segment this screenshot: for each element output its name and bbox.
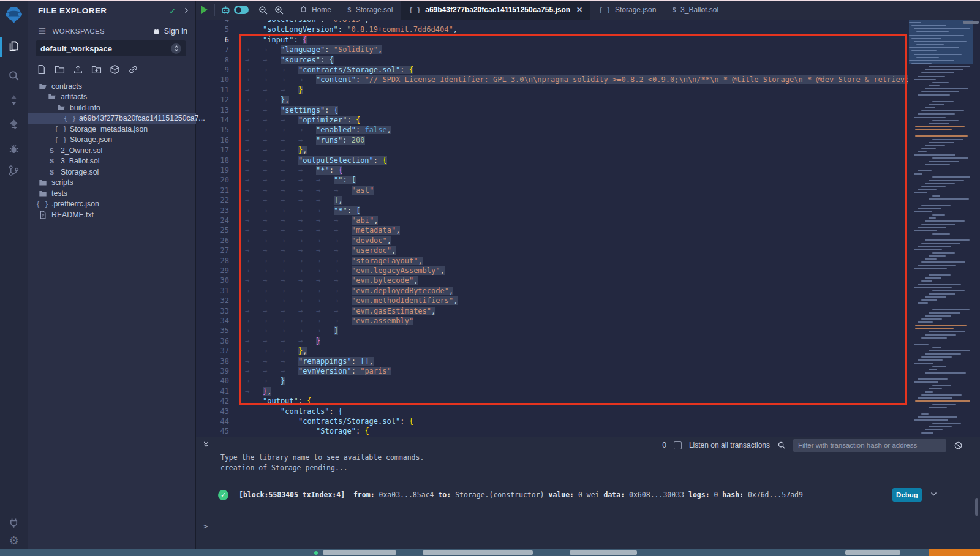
minimap-line xyxy=(929,274,951,276)
minimap-line xyxy=(929,180,964,181)
minimap-line xyxy=(918,397,952,399)
editor-tab-a69b43f277ba20fcac141151250ca755-json[interactable]: { }a69b43f277ba20fcac141151250ca755.json… xyxy=(401,0,590,20)
listen-checkbox[interactable] xyxy=(674,441,682,449)
terminal-prompt[interactable]: > xyxy=(203,522,208,531)
tree-item-label: scripts xyxy=(51,178,74,187)
activity-bar-item-settings[interactable]: ⚙ xyxy=(0,532,28,550)
success-check-icon: ✓ xyxy=(218,490,228,500)
code-line: →→→"evmVersion": "paris" xyxy=(245,366,391,376)
file-explorer-panel: FILE EXPLORER ✓ ☰ WORKSPACES Sign in def… xyxy=(28,0,196,556)
transaction-filter-input[interactable] xyxy=(793,439,946,452)
sign-in-button[interactable]: Sign in xyxy=(152,27,187,36)
minimap-line xyxy=(918,76,945,77)
tab-label: a69b43f277ba20fcac141151250ca755.json xyxy=(425,6,570,14)
expand-transaction-icon[interactable] xyxy=(930,489,938,500)
minimap-line xyxy=(921,337,947,339)
activity-bar-item-git[interactable] xyxy=(0,162,28,181)
minimap-line xyxy=(915,328,954,329)
github-icon xyxy=(152,28,161,36)
tree-item-2-owner-sol[interactable]: S2_Owner.sol xyxy=(28,145,196,156)
line-number: 16 xyxy=(196,135,229,145)
activity-bar-item-solidity-compiler[interactable] xyxy=(0,92,28,110)
editor-tab-home[interactable]: Home xyxy=(292,0,339,20)
upload-file-icon[interactable] xyxy=(73,64,83,77)
minimap-line xyxy=(915,325,967,326)
minimap-line xyxy=(932,252,955,254)
line-number: 4 xyxy=(196,20,229,24)
tree-item-contracts[interactable]: contracts xyxy=(28,81,196,92)
minimap-line xyxy=(916,57,939,58)
new-file-icon[interactable] xyxy=(36,64,47,77)
tree-item-storage-json[interactable]: { }Storage.json xyxy=(28,135,196,146)
editor-scrollbar-thumb[interactable] xyxy=(963,21,979,24)
line-number: 35 xyxy=(196,326,229,336)
activity-bar-item-debugger[interactable] xyxy=(0,141,28,159)
editor-tab-storage-sol[interactable]: SStorage.sol xyxy=(339,0,401,20)
code-line: →→→→→→"evm.legacyAssembly", xyxy=(245,266,445,276)
activity-bar-item-deploy-run[interactable] xyxy=(0,116,28,135)
tree-item-tests[interactable]: tests xyxy=(28,188,196,199)
code-line: →→→→→→"abi", xyxy=(245,216,378,225)
search-icon[interactable] xyxy=(777,441,786,449)
minimap-line xyxy=(914,268,947,269)
tree-item-build-info[interactable]: build-info xyxy=(28,102,196,113)
file-explorer-icon xyxy=(8,40,20,54)
minimap-line xyxy=(915,129,952,130)
minimap-line xyxy=(932,309,970,310)
tab-label: Storage.sol xyxy=(356,6,393,14)
status-alert-segment[interactable] xyxy=(929,549,980,556)
code-line: "output": { xyxy=(245,396,311,406)
panel-title: FILE EXPLORER xyxy=(38,6,107,15)
run-script-button[interactable] xyxy=(196,0,212,20)
cube-icon[interactable] xyxy=(110,64,120,77)
tab-label: 3_Ballot.sol xyxy=(680,6,718,14)
minimap-line xyxy=(929,407,947,408)
code-editor[interactable]: 4567891011121314151617181920212223242526… xyxy=(196,20,980,437)
minimap-line xyxy=(932,195,940,197)
activity-bar-item-plugin-manager[interactable] xyxy=(0,513,28,532)
minimap-line xyxy=(918,284,961,285)
tree-item-storage-metadata-json[interactable]: { }Storage_metadata.json xyxy=(28,124,196,135)
minimap-line xyxy=(918,359,943,361)
copilot-toggle[interactable] xyxy=(233,0,249,20)
ai-copilot-button[interactable] xyxy=(217,0,233,20)
chevron-right-icon[interactable] xyxy=(183,6,190,17)
tree-item-a69b43f277ba20fcac141151250ca7-[interactable]: { }a69b43f277ba20fcac141151250ca7... xyxy=(28,113,196,124)
ban-icon[interactable] xyxy=(954,441,963,450)
zoom-out-button[interactable] xyxy=(255,0,271,20)
workspace-dropdown-icon[interactable] xyxy=(171,43,181,54)
remix-logo[interactable] xyxy=(4,5,24,25)
code-line: →→→→→] xyxy=(245,326,338,336)
editor-tab-storage-json[interactable]: { }Storage.json xyxy=(590,0,664,20)
tree-item-readme-txt[interactable]: README.txt xyxy=(28,209,196,220)
tree-item--prettierrc-json[interactable]: { }.prettierrc.json xyxy=(28,199,196,210)
activity-bar-item-search[interactable] xyxy=(0,67,28,86)
code-content: "solcVersion": "0.8.19","solcLongVersion… xyxy=(245,20,908,437)
tree-item-3-ballot-sol[interactable]: S3_Ballot.sol xyxy=(28,156,196,167)
terminal-scrollbar-thumb[interactable] xyxy=(975,498,978,516)
status-dot-icon xyxy=(314,551,318,555)
minimap-line xyxy=(918,416,957,418)
editor-tab-3-ballot-sol[interactable]: S3_Ballot.sol xyxy=(664,0,726,20)
transaction-log-row[interactable]: ✓ [block:5583405 txIndex:4] from: 0xa03.… xyxy=(218,485,938,505)
debug-button[interactable]: Debug xyxy=(892,488,922,502)
tree-item-scripts[interactable]: scripts xyxy=(28,178,196,189)
activity-bar-item-file-explorer[interactable] xyxy=(0,38,28,56)
minimap-line xyxy=(932,120,959,121)
minimap-line xyxy=(914,419,948,421)
tree-item-artifacts[interactable]: artifacts xyxy=(28,92,196,103)
minimap-line xyxy=(911,38,941,39)
status-text-fragment xyxy=(845,550,900,555)
link-icon[interactable] xyxy=(128,64,138,77)
close-tab-icon[interactable]: ✕ xyxy=(576,6,582,14)
tree-item-storage-sol[interactable]: SStorage.sol xyxy=(28,167,196,178)
line-number: 42 xyxy=(196,396,229,406)
new-folder-icon[interactable] xyxy=(55,64,65,77)
listen-label: Listen on all transactions xyxy=(689,441,770,449)
upload-folder-icon[interactable] xyxy=(91,64,102,77)
expand-terminal-button[interactable] xyxy=(202,440,210,451)
minimap[interactable] xyxy=(909,20,973,437)
workspace-menu-icon[interactable]: ☰ xyxy=(38,26,46,37)
zoom-in-button[interactable] xyxy=(271,0,287,20)
workspace-selector[interactable]: default_workspace xyxy=(36,40,186,56)
